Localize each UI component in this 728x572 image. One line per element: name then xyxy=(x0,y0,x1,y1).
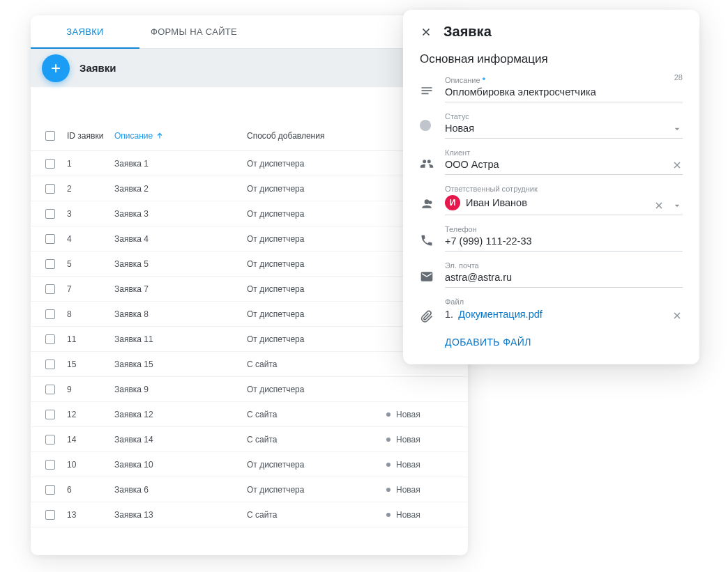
field-description-value: Опломбировка электросчетчика xyxy=(445,86,683,98)
col-method[interactable]: Способ добавления xyxy=(247,131,386,141)
file-index: 1. xyxy=(445,309,453,320)
cell-id: 14 xyxy=(67,435,114,445)
field-status-label: Статус xyxy=(445,112,683,121)
row-checkbox[interactable] xyxy=(45,259,55,269)
table-row[interactable]: 11Заявка 11От диспетчера xyxy=(31,327,468,352)
clear-client-button[interactable] xyxy=(672,160,683,171)
toolbar: Заявки xyxy=(31,49,468,87)
field-phone-value: +7 (999) 111-22-33 xyxy=(445,235,683,247)
row-checkbox[interactable] xyxy=(45,334,55,344)
cell-method: От диспетчера xyxy=(247,334,386,344)
detail-section-title: Основная информация xyxy=(420,52,683,66)
table-row[interactable]: 10Заявка 10От диспетчераНовая xyxy=(31,452,468,477)
row-checkbox[interactable] xyxy=(45,510,55,520)
plus-icon xyxy=(49,61,63,75)
status-dropdown-toggle[interactable] xyxy=(672,123,683,134)
col-description-label: Описание xyxy=(114,131,153,141)
row-checkbox[interactable] xyxy=(45,184,55,194)
row-checkbox[interactable] xyxy=(45,159,55,169)
cell-method: С сайта xyxy=(247,410,386,419)
cell-id: 6 xyxy=(67,485,114,495)
table-row[interactable]: 14Заявка 14С сайтаНовая xyxy=(31,427,468,452)
table-row[interactable]: 1Заявка 1От диспетчера xyxy=(31,151,468,176)
cell-id: 8 xyxy=(67,309,114,319)
close-button[interactable] xyxy=(420,26,432,38)
cell-status: Новая xyxy=(386,460,468,470)
close-icon xyxy=(672,160,683,171)
add-request-button[interactable] xyxy=(42,54,70,82)
table-row[interactable]: 12Заявка 12С сайтаНовая xyxy=(31,402,468,427)
table-row[interactable]: 8Заявка 8От диспетчера xyxy=(31,302,468,327)
row-checkbox[interactable] xyxy=(45,234,55,244)
cell-desc: Заявка 11 xyxy=(114,334,247,344)
table-row[interactable]: 6Заявка 6От диспетчераНовая xyxy=(31,477,468,502)
field-status[interactable]: Статус Новая xyxy=(420,112,683,139)
status-dot-icon xyxy=(386,463,390,467)
row-checkbox[interactable] xyxy=(45,435,55,445)
tab-forms[interactable]: ФОРМЫ НА САЙТЕ xyxy=(139,15,248,48)
assignee-dropdown-toggle[interactable] xyxy=(672,200,683,211)
cell-id: 2 xyxy=(67,184,114,194)
table-body: 1Заявка 1От диспетчера2Заявка 2От диспет… xyxy=(31,151,468,527)
field-email[interactable]: Эл. почта astra@astra.ru xyxy=(420,261,683,288)
table-row[interactable]: 13Заявка 13С сайтаНовая xyxy=(31,502,468,527)
cell-method: От диспетчера xyxy=(247,259,386,269)
cell-id: 7 xyxy=(67,284,114,294)
cell-method: С сайта xyxy=(247,360,386,369)
cell-method: От диспетчера xyxy=(247,159,386,169)
cell-desc: Заявка 12 xyxy=(114,410,247,419)
row-checkbox[interactable] xyxy=(45,410,55,419)
cell-desc: Заявка 14 xyxy=(114,435,247,445)
row-checkbox[interactable] xyxy=(45,385,55,394)
row-checkbox[interactable] xyxy=(45,309,55,319)
table-row[interactable]: 2Заявка 2От диспетчера xyxy=(31,176,468,201)
clear-assignee-button[interactable] xyxy=(653,200,665,211)
row-checkbox[interactable] xyxy=(45,284,55,294)
table-row[interactable]: 5Заявка 5От диспетчера xyxy=(31,252,468,277)
email-icon xyxy=(420,270,434,284)
table-row[interactable]: 4Заявка 4От диспетчера xyxy=(31,226,468,252)
field-assignee[interactable]: Ответственный сотрудник И Иван Иванов xyxy=(420,185,683,215)
status-dot-icon xyxy=(386,438,390,442)
cell-method: От диспетчера xyxy=(247,234,386,244)
status-dot-icon xyxy=(420,120,431,131)
select-all-checkbox[interactable] xyxy=(45,131,55,141)
cell-id: 10 xyxy=(67,460,114,470)
table-row[interactable]: 7Заявка 7От диспетчера xyxy=(31,277,468,302)
col-description[interactable]: Описание xyxy=(114,131,247,141)
table-row[interactable]: 9Заявка 9От диспетчера xyxy=(31,377,468,402)
cell-method: С сайта xyxy=(247,435,386,445)
cell-method: От диспетчера xyxy=(247,309,386,319)
detail-header: Заявка xyxy=(420,24,683,40)
cell-id: 4 xyxy=(67,234,114,244)
field-client-value: ООО Астра xyxy=(445,159,683,170)
field-status-value: Новая xyxy=(445,123,683,134)
cell-method: От диспетчера xyxy=(247,385,386,394)
cell-status: Новая xyxy=(386,485,468,495)
field-phone[interactable]: Телефон +7 (999) 111-22-33 xyxy=(420,225,683,252)
cell-status: Новая xyxy=(386,510,468,520)
table-row[interactable]: 15Заявка 15С сайта xyxy=(31,352,468,377)
field-phone-label: Телефон xyxy=(445,225,683,233)
remove-file-button[interactable] xyxy=(672,310,683,324)
cell-status: Новая xyxy=(386,435,468,445)
cell-desc: Заявка 1 xyxy=(114,159,247,169)
cell-desc: Заявка 13 xyxy=(114,510,247,520)
file-link[interactable]: 1. Документация.pdf xyxy=(445,309,683,320)
table-header: ID заявки Описание Способ добавления xyxy=(31,121,468,151)
field-description[interactable]: Описание* Опломбировка электросчетчика 2… xyxy=(420,76,683,102)
tab-requests[interactable]: ЗАЯВКИ xyxy=(31,15,139,48)
row-checkbox[interactable] xyxy=(45,360,55,369)
notes-icon xyxy=(420,84,434,98)
row-checkbox[interactable] xyxy=(45,460,55,470)
row-checkbox[interactable] xyxy=(45,209,55,219)
row-checkbox[interactable] xyxy=(45,485,55,495)
field-client[interactable]: Клиент ООО Астра xyxy=(420,148,683,175)
phone-icon xyxy=(420,233,434,247)
table-row[interactable]: 3Заявка 3От диспетчера xyxy=(31,201,468,226)
col-id[interactable]: ID заявки xyxy=(67,131,114,141)
add-file-button[interactable]: ДОБАВИТЬ ФАЙЛ xyxy=(445,337,683,348)
cell-desc: Заявка 3 xyxy=(114,209,247,219)
assignee-name: Иван Иванов xyxy=(466,197,527,208)
cell-desc: Заявка 9 xyxy=(114,385,247,394)
